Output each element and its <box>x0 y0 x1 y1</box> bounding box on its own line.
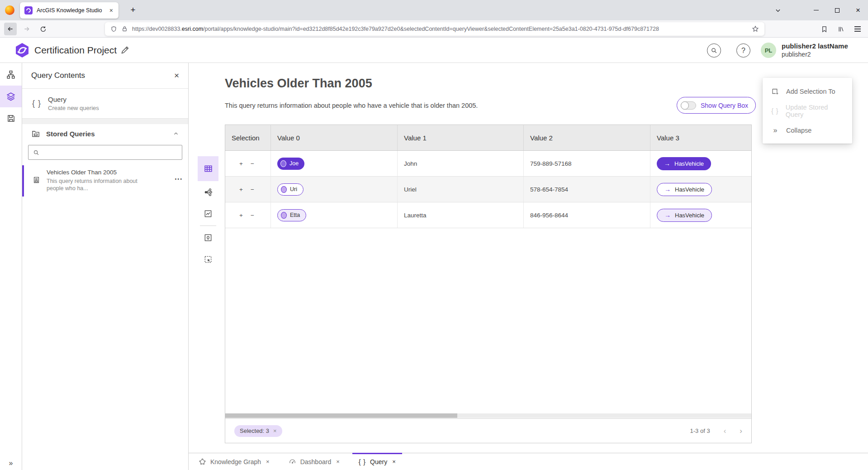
save-page-button[interactable] <box>818 23 830 35</box>
reload-icon <box>40 26 47 33</box>
tab-close-icon[interactable]: × <box>392 458 396 465</box>
view-tab-chart[interactable] <box>198 203 218 225</box>
remove-from-selection-button[interactable]: − <box>251 186 254 193</box>
add-to-selection-button[interactable]: + <box>239 160 243 167</box>
column-header-value3[interactable]: Value 3 <box>650 125 751 150</box>
column-header-selection[interactable]: Selection <box>225 125 271 150</box>
hamburger-icon <box>854 29 861 29</box>
chevron-up-icon[interactable] <box>173 130 179 137</box>
remove-from-selection-button[interactable]: − <box>251 160 254 167</box>
relationship-pill[interactable]: →HasVehicle <box>657 183 712 196</box>
library-icon <box>838 26 844 33</box>
table-row[interactable]: + − Uri Uriel 578-654-7854 →HasVehicle <box>225 177 751 202</box>
url-domain: esri.com <box>182 26 203 32</box>
stored-queries-search-input[interactable] <box>43 149 177 156</box>
rail-item-save[interactable] <box>0 107 22 129</box>
back-button[interactable] <box>4 23 17 35</box>
reload-button[interactable] <box>37 23 49 35</box>
panel-header: Query Contents × <box>22 63 188 89</box>
browser-tab[interactable]: ArcGIS Knowledge Studio × <box>20 2 119 19</box>
braces-icon: { } <box>771 107 779 115</box>
tab-close-icon[interactable]: × <box>109 7 114 14</box>
expand-rail-button[interactable]: » <box>0 459 22 467</box>
tab-knowledge-graph[interactable]: Knowledge Graph × <box>192 453 276 470</box>
knowledge-graph-icon <box>199 458 206 465</box>
new-tab-button[interactable]: + <box>127 4 139 16</box>
pencil-icon <box>120 45 130 55</box>
menu-item-collapse[interactable]: » Collapse <box>763 120 852 140</box>
dashboard-gauge-icon <box>289 458 296 465</box>
help-button[interactable]: ? <box>736 43 750 58</box>
entity-pill[interactable]: Uri <box>277 183 304 196</box>
library-button[interactable] <box>835 23 847 35</box>
previous-page-button[interactable]: ‹ <box>724 427 726 436</box>
horizontal-scrollbar[interactable] <box>225 413 751 418</box>
selected-count-label: Selected: 3 <box>240 427 269 434</box>
global-search-button[interactable] <box>707 43 721 58</box>
stored-queries-search[interactable] <box>28 145 182 160</box>
stored-query-menu-button[interactable]: ••• <box>175 176 183 182</box>
forward-arrow-icon <box>23 25 30 33</box>
tab-close-icon[interactable]: × <box>336 458 340 465</box>
entity-pill[interactable]: Joe <box>277 158 304 170</box>
relationship-pill[interactable]: →HasVehicle <box>657 157 711 170</box>
table-row[interactable]: + − Joe John 759-889-57168 →HasVehicle <box>225 151 751 177</box>
cell-value2: 846-956-8644 <box>524 202 650 228</box>
view-tab-table[interactable] <box>198 156 218 181</box>
view-tab-map[interactable] <box>198 227 218 249</box>
add-to-selection-button[interactable]: + <box>239 212 243 219</box>
url-bar[interactable]: https://dev0028833.esri.com/portal/apps/… <box>105 22 764 36</box>
firefox-icon[interactable] <box>5 5 14 15</box>
tab-label: Query <box>370 458 387 465</box>
tab-query[interactable]: { } Query × <box>352 453 402 470</box>
search-icon <box>711 47 717 54</box>
clear-selection-icon[interactable]: × <box>273 427 277 434</box>
page-description: This query returns information about peo… <box>225 102 478 109</box>
show-query-box-toggle[interactable]: Show Query Box <box>677 97 756 114</box>
list-tabs-button[interactable] <box>769 0 787 20</box>
query-options-menu: Add Selection To { } Update Stored Query… <box>763 78 852 144</box>
tab-close-icon[interactable]: × <box>266 458 270 465</box>
view-tab-link-analysis[interactable] <box>198 181 218 203</box>
shield-icon[interactable] <box>110 26 117 33</box>
stored-queries-section-header[interactable]: Stored Queries <box>22 125 188 142</box>
table-row[interactable]: + − Etta Lauretta 846-956-8644 →HasVehic… <box>225 202 751 228</box>
browser-tab-strip: ArcGIS Knowledge Studio × + × <box>0 0 868 20</box>
column-header-value2[interactable]: Value 2 <box>524 125 650 150</box>
rail-item-contents[interactable] <box>0 86 22 107</box>
toolbar-divider <box>200 225 216 226</box>
rail-item-data-model[interactable] <box>0 64 22 86</box>
forward-button[interactable] <box>20 23 33 35</box>
tab-title: ArcGIS Knowledge Studio <box>37 7 104 14</box>
window-maximize-button[interactable] <box>828 0 846 20</box>
column-header-value1[interactable]: Value 1 <box>398 125 524 150</box>
menu-item-update-stored-query[interactable]: { } Update Stored Query <box>763 101 852 120</box>
selected-count-chip[interactable]: Selected: 3 × <box>234 425 282 437</box>
menu-item-add-selection-to[interactable]: Add Selection To <box>763 82 852 101</box>
url-text[interactable]: https://dev0028833.esri.com/portal/apps/… <box>132 26 747 32</box>
tab-dashboard[interactable]: Dashboard × <box>282 453 346 470</box>
selection-icon <box>204 255 213 264</box>
question-icon: ? <box>741 47 745 55</box>
user-info[interactable]: publisher2 lastName publisher2 <box>782 42 848 58</box>
lock-icon[interactable] <box>122 26 128 32</box>
scrollbar-thumb[interactable] <box>225 413 457 418</box>
window-close-button[interactable]: × <box>849 0 867 20</box>
query-contents-panel: Query Contents × { } Query Create new qu… <box>22 63 189 470</box>
relationship-pill[interactable]: →HasVehicle <box>657 209 712 222</box>
browser-menu-button[interactable] <box>851 23 864 35</box>
stored-query-item[interactable]: Vehicles Older Than 2005 This query retu… <box>22 165 188 197</box>
next-page-button[interactable]: › <box>740 427 742 436</box>
remove-from-selection-button[interactable]: − <box>251 212 254 219</box>
window-minimize-button[interactable] <box>807 0 825 20</box>
view-tab-selection[interactable] <box>198 249 218 270</box>
bookmark-star-icon[interactable] <box>752 25 759 33</box>
edit-project-button[interactable] <box>120 45 130 55</box>
entity-pill[interactable]: Etta <box>277 209 306 221</box>
column-header-value0[interactable]: Value 0 <box>271 125 398 150</box>
user-avatar[interactable]: PL <box>761 43 776 58</box>
toggle-switch[interactable] <box>681 101 696 110</box>
panel-close-button[interactable]: × <box>174 71 179 81</box>
query-create-item[interactable]: { } Query Create new queries <box>22 89 188 119</box>
add-to-selection-button[interactable]: + <box>239 186 243 193</box>
